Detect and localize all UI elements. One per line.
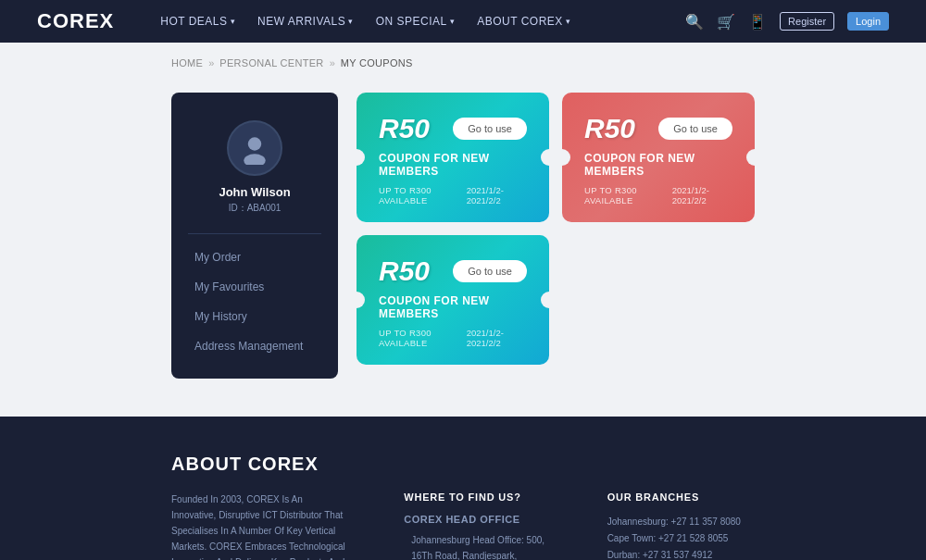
sidebar-item-my-order[interactable]: My Order	[171, 243, 338, 271]
coupon-title-1: COUPON FOR NEW MEMBERS	[379, 152, 527, 178]
register-button[interactable]: Register	[780, 12, 834, 31]
chevron-down-icon: ▾	[450, 17, 456, 26]
coupon-use-btn-3[interactable]: Go to use	[453, 260, 527, 282]
main-nav: HOT DEALS ▾ NEW ARRIVALS ▾ ON SPECIAL ▾ …	[151, 11, 657, 31]
coupon-title-2: COUPON FOR NEW MEMBERS	[584, 152, 732, 178]
footer-head-office-label: COREX HEAD OFFICE	[404, 514, 551, 525]
coupon-use-btn-1[interactable]: Go to use	[453, 118, 527, 140]
cart-icon[interactable]: 🛒	[717, 13, 735, 31]
footer-about-text: Founded In 2003, COREX Is An Innovative,…	[171, 492, 348, 560]
coupon-use-btn-2[interactable]: Go to use	[658, 118, 732, 140]
content-wrapper: John Wilson ID：ABA001 My Order My Favour…	[171, 93, 755, 379]
breadcrumb-current: MY COUPONS	[341, 57, 413, 68]
coupon-amount-3: R50	[379, 255, 430, 287]
coupon-available-1: UP TO R300 AVAILABLE	[379, 185, 467, 205]
header-actions: 🔍 🛒 📱 Register Login	[685, 12, 889, 31]
coupon-amount-2: R50	[584, 113, 635, 144]
search-icon[interactable]: 🔍	[685, 13, 704, 31]
chevron-down-icon: ▾	[348, 17, 354, 26]
svg-point-1	[244, 154, 265, 165]
footer-head-office-address: Johannesburg Head Office: 500, 16Th Road…	[404, 532, 551, 560]
login-button[interactable]: Login	[847, 12, 889, 31]
coupon-available-2: UP TO R300 AVAILABLE	[584, 185, 672, 205]
coupon-card-3: R50 Go to use COUPON FOR NEW MEMBERS UP …	[357, 235, 549, 365]
footer-where-title: WHERE TO FIND US?	[404, 492, 551, 503]
footer-branch-cpt: Cape Town: +27 21 528 8055	[607, 530, 755, 547]
coupon-footer-2: UP TO R300 AVAILABLE 2021/1/2-2021/2/2	[584, 185, 732, 205]
coupon-top-2: R50 Go to use	[584, 113, 732, 144]
header: COREX HOT DEALS ▾ NEW ARRIVALS ▾ ON SPEC…	[0, 0, 926, 43]
svg-point-0	[248, 137, 261, 150]
sidebar-menu: My Order My Favourites My History Addres…	[171, 243, 338, 360]
nav-about-corex[interactable]: ABOUT COREX ▾	[468, 11, 580, 31]
phone-icon[interactable]: 📱	[748, 13, 767, 31]
footer-columns: Founded In 2003, COREX Is An Innovative,…	[171, 492, 755, 560]
coupon-available-3: UP TO R300 AVAILABLE	[379, 328, 467, 348]
sidebar-divider	[188, 233, 321, 234]
nav-on-special[interactable]: ON SPECIAL ▾	[367, 11, 465, 31]
coupon-top-3: R50 Go to use	[379, 255, 527, 287]
footer-col-branches: OUR BRANCHES Johannesburg: +27 11 357 80…	[607, 492, 755, 560]
coupon-footer-3: UP TO R300 AVAILABLE 2021/1/2-2021/2/2	[379, 328, 527, 348]
nav-new-arrivals[interactable]: NEW ARRIVALS ▾	[248, 11, 363, 31]
footer-about-title: ABOUT COREX	[171, 454, 755, 475]
footer-col-about: Founded In 2003, COREX Is An Innovative,…	[171, 492, 348, 560]
footer-branch-dbn: Durban: +27 31 537 4912	[607, 547, 755, 560]
coupon-footer-1: UP TO R300 AVAILABLE 2021/1/2-2021/2/2	[379, 185, 527, 205]
coupon-date-1: 2021/1/2-2021/2/2	[467, 185, 527, 205]
nav-hot-deals[interactable]: HOT DEALS ▾	[151, 11, 244, 31]
footer: ABOUT COREX Founded In 2003, COREX Is An…	[0, 417, 926, 560]
footer-branches-title: OUR BRANCHES	[607, 492, 755, 503]
breadcrumb-sep-2: »	[330, 57, 335, 68]
coupon-amount-1: R50	[379, 113, 430, 144]
footer-branch-jhb: Johannesburg: +27 11 357 8080	[607, 514, 755, 530]
sidebar-item-my-history[interactable]: My History	[171, 303, 338, 330]
chevron-down-icon: ▾	[231, 17, 236, 26]
coupon-top-1: R50 Go to use	[379, 113, 527, 144]
coupon-card-1: R50 Go to use COUPON FOR NEW MEMBERS UP …	[357, 93, 549, 222]
coupon-title-3: COUPON FOR NEW MEMBERS	[379, 294, 527, 320]
sidebar: John Wilson ID：ABA001 My Order My Favour…	[171, 93, 338, 379]
avatar	[227, 120, 282, 176]
user-name: John Wilson	[219, 185, 290, 199]
main-content: John Wilson ID：ABA001 My Order My Favour…	[0, 83, 926, 417]
sidebar-item-address-management[interactable]: Address Management	[171, 332, 338, 360]
user-id: ID：ABA001	[229, 202, 282, 215]
coupon-date-3: 2021/1/2-2021/2/2	[467, 328, 527, 348]
coupon-date-2: 2021/1/2-2021/2/2	[672, 185, 732, 205]
logo: COREX	[37, 9, 114, 33]
breadcrumb-personal-center[interactable]: PERSONAL CENTER	[219, 57, 323, 68]
breadcrumb-home[interactable]: HOME	[171, 57, 203, 68]
coupons-grid: R50 Go to use COUPON FOR NEW MEMBERS UP …	[357, 93, 755, 365]
sidebar-item-my-favourites[interactable]: My Favourites	[171, 273, 338, 301]
breadcrumb-sep-1: »	[208, 57, 214, 68]
breadcrumb: HOME » PERSONAL CENTER » MY COUPONS	[0, 43, 926, 83]
chevron-down-icon: ▾	[566, 17, 571, 26]
footer-col-where: WHERE TO FIND US? COREX HEAD OFFICE Joha…	[404, 492, 551, 560]
coupon-card-2: R50 Go to use COUPON FOR NEW MEMBERS UP …	[562, 93, 755, 222]
